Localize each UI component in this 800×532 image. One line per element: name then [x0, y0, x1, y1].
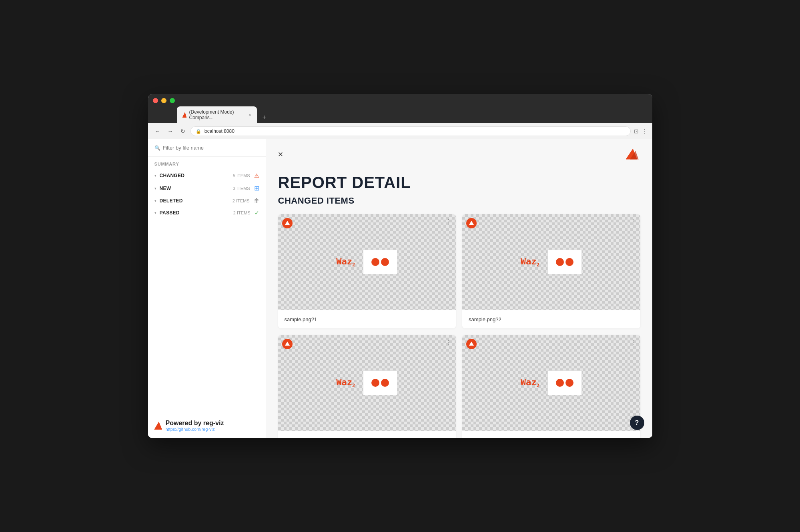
- chevron-deleted: ▾: [154, 199, 156, 203]
- card-footer: sample.png?4: [462, 431, 640, 438]
- sidebar: 🔍 SUMMARY ▾ CHANGED 5 ITEMS ⚠ ▾ NEW 3 I: [148, 139, 266, 438]
- close-button[interactable]: ×: [278, 150, 283, 159]
- card-filename: sample.png?4: [469, 437, 501, 438]
- text-shape: Waz2: [521, 377, 539, 388]
- sidebar-item-deleted[interactable]: ▾ DELETED 2 ITEMS 🗑: [154, 195, 259, 207]
- main-content: × REPORT DETAIL CHANGED ITEMS: [266, 139, 652, 438]
- changed-badge: [466, 339, 477, 349]
- circles: [371, 379, 389, 387]
- active-tab[interactable]: (Development Mode) Comparis... ×: [177, 106, 257, 123]
- card-image-area: ⋮ Waz2: [278, 214, 456, 310]
- address-text: localhost:8080: [204, 128, 235, 134]
- preview-box: [363, 250, 397, 274]
- preview-left: Waz2: [521, 250, 582, 274]
- card-footer: sample.png?2: [462, 310, 640, 328]
- new-icon: ⊞: [254, 184, 259, 192]
- browser-controls: [153, 98, 648, 103]
- search-input[interactable]: [163, 145, 259, 151]
- help-button[interactable]: ?: [630, 416, 644, 430]
- menu-icon[interactable]: ⋮: [642, 128, 648, 134]
- passed-icon: ✓: [255, 210, 259, 216]
- preview-left: Waz2: [336, 250, 397, 274]
- tab-favicon: [182, 112, 187, 118]
- sidebar-footer: Powered by reg-viz https://github.com/re…: [148, 413, 266, 438]
- preview-box: [363, 370, 397, 395]
- text-shape: Waz2: [336, 256, 355, 268]
- extensions-icon[interactable]: ⊡: [634, 128, 639, 134]
- delete-icon: 🗑: [254, 198, 259, 204]
- warning-icon: ⚠: [254, 172, 259, 179]
- changed-count: 5 ITEMS: [233, 173, 250, 178]
- circle-2: [565, 258, 573, 266]
- preview-left: Waz2: [521, 370, 582, 395]
- preview-box: [547, 250, 582, 274]
- badge-triangle: [285, 221, 290, 225]
- sidebar-item-new[interactable]: ▾ NEW 3 ITEMS ⊞: [154, 182, 259, 195]
- card-menu-button[interactable]: ⋮: [630, 218, 636, 226]
- badge-triangle: [469, 221, 474, 225]
- circles: [556, 258, 573, 266]
- app-layout: 🔍 SUMMARY ▾ CHANGED 5 ITEMS ⚠ ▾ NEW 3 I: [148, 139, 652, 438]
- chevron-passed: ▾: [154, 211, 156, 215]
- card-menu-button[interactable]: ⋮: [445, 218, 452, 226]
- browser-chrome: (Development Mode) Comparis... × +: [148, 94, 652, 123]
- footer-info: Powered by reg-viz https://github.com/re…: [166, 420, 224, 432]
- badge-triangle: [285, 342, 290, 346]
- card-menu-button[interactable]: ⋮: [445, 339, 452, 346]
- sidebar-item-passed[interactable]: ▾ PASSED 2 ITEMS ✓: [154, 207, 259, 219]
- tab-title: (Development Mode) Comparis...: [189, 109, 245, 120]
- back-button[interactable]: ←: [153, 127, 162, 135]
- card-filename: sample.png?1: [285, 316, 317, 322]
- sidebar-item-changed[interactable]: ▾ CHANGED 5 ITEMS ⚠: [154, 170, 259, 182]
- new-tab-btn[interactable]: +: [259, 111, 270, 123]
- cards-grid: ⋮ Waz2: [266, 214, 652, 438]
- card-preview: Waz2: [291, 342, 443, 424]
- section-changed-title: CHANGED ITEMS: [278, 196, 640, 206]
- passed-count: 2 ITEMS: [233, 210, 251, 215]
- card-image-area: ⋮ Waz2: [462, 214, 640, 310]
- footer-link[interactable]: https://github.com/reg-viz: [166, 427, 224, 432]
- main-header: ×: [266, 139, 652, 166]
- card-filename: sample.png?2: [469, 316, 501, 322]
- address-bar[interactable]: 🔒 localhost:8080: [190, 126, 631, 136]
- maximize-dot[interactable]: [170, 98, 175, 103]
- chevron-new: ▾: [154, 186, 156, 190]
- circles: [371, 258, 389, 266]
- summary-section: SUMMARY ▾ CHANGED 5 ITEMS ⚠ ▾ NEW 3 ITEM…: [148, 157, 266, 219]
- footer-logo: [154, 422, 163, 430]
- preview-left: Waz2: [336, 370, 397, 395]
- logo-svg: [626, 147, 640, 162]
- minimize-dot[interactable]: [161, 98, 166, 103]
- circle-2: [381, 379, 389, 387]
- card-footer: sample.png?3: [278, 431, 456, 438]
- table-row: ⋮ Waz2: [278, 214, 456, 328]
- search-icon: 🔍: [154, 145, 160, 151]
- circle-1: [556, 379, 564, 387]
- new-label: NEW: [160, 186, 231, 191]
- changed-badge: [282, 339, 293, 349]
- reload-button[interactable]: ↻: [178, 127, 187, 135]
- sidebar-search: 🔍: [148, 139, 266, 157]
- circle-1: [556, 258, 564, 266]
- circle-1: [371, 379, 379, 387]
- circles: [556, 379, 573, 387]
- changed-label: CHANGED: [160, 173, 231, 178]
- nav-bar: ← → ↻ 🔒 localhost:8080 ⊡ ⋮: [148, 123, 652, 139]
- changed-badge: [466, 218, 477, 228]
- deleted-label: DELETED: [160, 198, 231, 204]
- header-logo: [626, 147, 640, 162]
- close-dot[interactable]: [153, 98, 158, 103]
- tab-close-btn[interactable]: ×: [249, 112, 251, 117]
- circle-2: [565, 379, 573, 387]
- card-menu-button[interactable]: ⋮: [630, 339, 636, 346]
- summary-label: SUMMARY: [154, 162, 259, 166]
- footer-brand: Powered by reg-viz: [166, 420, 224, 427]
- nav-right: ⊡ ⋮: [634, 128, 648, 134]
- tab-bar: (Development Mode) Comparis... × +: [153, 106, 648, 123]
- lock-icon: 🔒: [196, 129, 201, 134]
- card-preview: Waz2: [475, 342, 627, 424]
- forward-button[interactable]: →: [166, 127, 175, 135]
- card-filename: sample.png?3: [285, 437, 317, 438]
- deleted-count: 2 ITEMS: [233, 198, 250, 203]
- table-row: ⋮ Waz2: [278, 335, 456, 438]
